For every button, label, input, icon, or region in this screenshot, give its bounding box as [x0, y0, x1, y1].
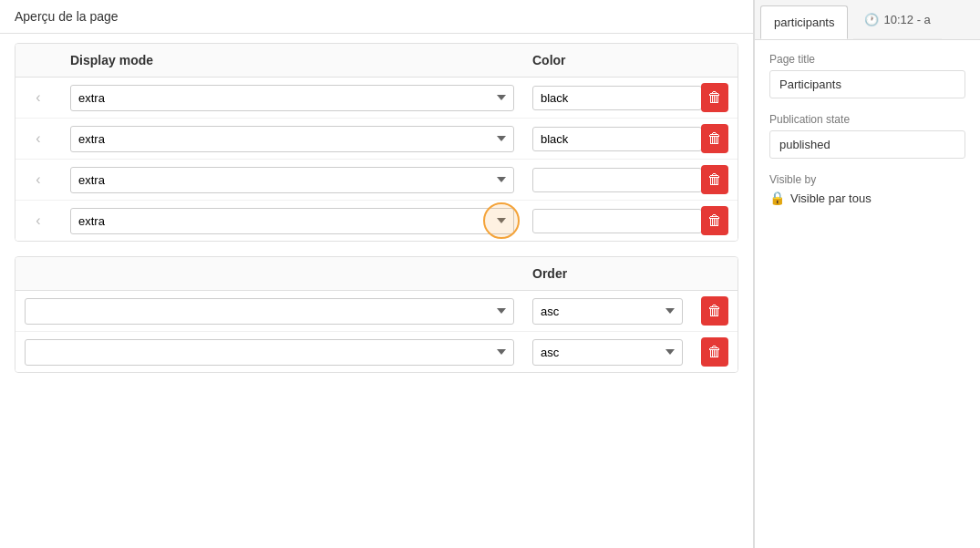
order-cell-1: asc desc [523, 293, 692, 330]
action-cell-4: 🗑 [692, 201, 738, 241]
drag-handle-icon-2: ‹ [36, 130, 40, 147]
display-cell-1: extra [61, 79, 523, 117]
color-input-2[interactable] [532, 127, 702, 151]
visible-by-value: Visible par tous [790, 191, 872, 205]
order-action-cell-2: 🗑 [692, 332, 738, 372]
drag-handle-icon-3: ‹ [36, 171, 40, 188]
pub-state-value: published [769, 130, 965, 159]
pub-state-label: Publication state [769, 113, 965, 126]
publication-state-section: Publication state published [769, 113, 965, 159]
order-delete-button-1[interactable]: 🗑 [701, 296, 728, 326]
order-left-select-2[interactable] [25, 339, 514, 366]
color-cell-1 [523, 78, 692, 118]
order-select-1[interactable]: asc desc [532, 298, 683, 325]
th-color: Color [523, 44, 692, 77]
table-row: ‹ extra 🗑 [15, 78, 738, 119]
th-order-action [692, 264, 738, 283]
color-input-3[interactable] [532, 168, 702, 192]
order-action-cell-1: 🗑 [692, 291, 738, 331]
delete-button-1[interactable]: 🗑 [701, 83, 728, 112]
order-row: asc desc 🗑 [15, 291, 738, 332]
th-drag [15, 51, 61, 69]
visible-by-label: Visible by [769, 173, 965, 186]
display-select-4[interactable]: extra [70, 208, 514, 234]
table-row: ‹ extra 🗑 [15, 160, 738, 201]
th-order: Order [523, 257, 692, 290]
action-cell-2: 🗑 [692, 119, 738, 159]
drag-handle-cell-3[interactable]: ‹ [15, 162, 61, 197]
delete-button-2[interactable]: 🗑 [701, 124, 728, 153]
display-table: Display mode Color ‹ extra [15, 43, 738, 242]
order-table: Order asc desc 🗑 [15, 256, 738, 373]
visible-by-section: Visible by 🔒 Visible par tous [769, 173, 965, 205]
delete-button-3[interactable]: 🗑 [701, 165, 728, 194]
th-action [692, 51, 738, 69]
main-content: Display mode Color ‹ extra [0, 34, 753, 548]
drag-handle-cell-4[interactable]: ‹ [15, 203, 61, 238]
left-panel: Aperçu de la page Display mode Color ‹ e… [0, 0, 754, 548]
color-cell-3 [523, 160, 692, 200]
drag-handle-cell-1[interactable]: ‹ [15, 80, 61, 115]
display-select-3[interactable]: extra [70, 167, 514, 193]
tab-participants[interactable]: participants [760, 5, 848, 39]
action-cell-1: 🗑 [692, 78, 738, 118]
order-row: asc desc 🗑 [15, 332, 738, 372]
order-left-cell-1 [15, 293, 523, 330]
order-cell-2: asc desc [523, 334, 692, 371]
clock-icon: 🕐 [864, 13, 879, 26]
page-preview-header: Aperçu de la page [0, 0, 753, 34]
delete-button-4[interactable]: 🗑 [701, 206, 728, 235]
th-order-left [15, 264, 523, 283]
display-cell-4: extra [61, 202, 523, 240]
color-cell-4 [523, 201, 692, 241]
drag-handle-icon-4: ‹ [36, 212, 40, 229]
time-value: 10:12 - a [883, 13, 930, 26]
drag-handle-icon-1: ‹ [36, 89, 40, 106]
right-panel-content: Page title Participants Publication stat… [755, 40, 980, 218]
action-cell-3: 🗑 [692, 160, 738, 200]
page-title-value: Participants [769, 70, 965, 98]
order-select-2[interactable]: asc desc [532, 339, 683, 366]
time-display: 🕐 10:12 - a [853, 0, 941, 39]
color-cell-2 [523, 119, 692, 159]
lock-icon: 🔒 [769, 191, 785, 205]
display-cell-3: extra [61, 161, 523, 199]
table-header-row: Display mode Color [15, 44, 738, 78]
visible-by-row: 🔒 Visible par tous [769, 191, 965, 205]
order-left-cell-2 [15, 334, 523, 371]
color-input-1[interactable] [532, 86, 702, 110]
color-input-4[interactable] [532, 209, 702, 233]
order-delete-button-2[interactable]: 🗑 [701, 337, 728, 367]
right-panel: participants 🕐 10:12 - a Page title Part… [754, 0, 980, 548]
drag-handle-cell-2[interactable]: ‹ [15, 121, 61, 156]
table-row: ‹ extra 🗑 [15, 201, 738, 241]
table-row: ‹ extra 🗑 [15, 119, 738, 160]
page-preview-title: Aperçu de la page [15, 9, 119, 24]
order-header-row: Order [15, 257, 738, 291]
right-tabs-bar: participants 🕐 10:12 - a [755, 0, 980, 40]
page-title-section: Page title Participants [769, 53, 965, 98]
display-select-2[interactable]: extra [70, 126, 514, 152]
page-title-label: Page title [769, 53, 965, 66]
th-display-mode: Display mode [61, 44, 523, 77]
order-left-select-1[interactable] [25, 298, 514, 325]
display-select-1[interactable]: extra [70, 85, 514, 111]
display-cell-2: extra [61, 120, 523, 158]
